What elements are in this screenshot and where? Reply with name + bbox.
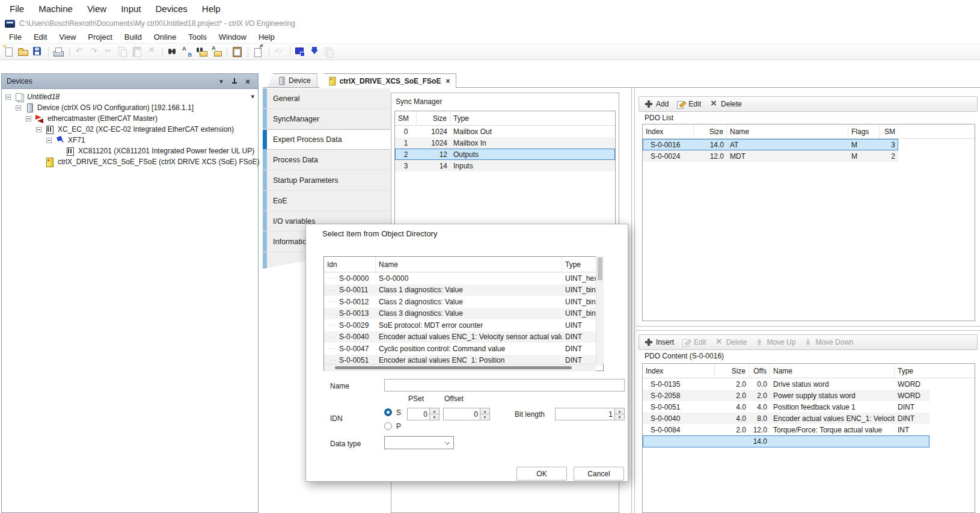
table-row[interactable]: S-0-00514.04.0Position feedback value 1D…	[643, 401, 929, 413]
menu-item-view[interactable]: View	[80, 4, 114, 14]
tree-expander-icon[interactable]	[16, 105, 21, 111]
table-row[interactable]: S-0-00404.08.0Encoder actual values ENC_…	[643, 413, 929, 424]
replacefiles-icon[interactable]	[210, 46, 223, 58]
menu-item-tools[interactable]: Tools	[182, 32, 212, 41]
column-header-sm[interactable]: SM	[880, 124, 898, 138]
column-header-type[interactable]: Type	[450, 111, 615, 125]
offset-stepper[interactable]: 0 ▲▼	[443, 408, 490, 420]
horizontal-splitter[interactable]	[636, 326, 980, 331]
menu-item-machine[interactable]: Machine	[31, 4, 80, 14]
nav-item-expert-process-data[interactable]: Expert Process Data	[263, 129, 390, 150]
delete-button[interactable]: Delete	[706, 97, 747, 111]
add-button[interactable]: Add	[642, 97, 674, 111]
column-header-type[interactable]: Type	[895, 364, 929, 378]
menu-item-window[interactable]: Window	[213, 32, 253, 41]
table-row[interactable]: S-0-0040Encoder actual values ENC_1: Vel…	[324, 331, 603, 343]
open-icon[interactable]	[17, 46, 30, 58]
table-row[interactable]: S-0-0013Class 3 diagnostics: ValueUINT_b…	[324, 308, 603, 320]
table-row[interactable]: S-0-00842.012.0Torque/Force: Torque actu…	[643, 424, 929, 435]
column-header-size[interactable]: Size	[694, 124, 727, 138]
table-row[interactable]: 11024Mailbox In	[395, 137, 615, 149]
tab-ctrlx-drive[interactable]: ctrlX_DRIVE_XCS_SoE_FSoE ×	[319, 73, 457, 88]
project-dropdown-icon[interactable]: ▾	[251, 93, 254, 100]
nav-item-process-data[interactable]: Process Data	[263, 150, 390, 170]
find-icon[interactable]	[167, 46, 180, 58]
ok-button[interactable]: OK	[516, 467, 567, 481]
column-header-size[interactable]: Size	[417, 111, 450, 125]
pdo-content-table[interactable]: IndexSizeOffsNameTypeS-0-01352.00.0Drive…	[642, 363, 975, 513]
column-header-name[interactable]: Name	[727, 124, 848, 138]
pset-stepper[interactable]: 0 ▲▼	[407, 408, 439, 420]
panel-menu-dropdown-icon[interactable]: ▾	[216, 76, 227, 86]
vertical-scrollbar[interactable]	[596, 256, 604, 364]
insert-button[interactable]: Insert	[642, 336, 679, 349]
table-row[interactable]: S-0-0029SoE protocol: MDT error counterU…	[324, 319, 603, 331]
tree-item[interactable]: Device (ctrlX OS I/O Configuration) [192…	[2, 102, 258, 113]
pdo-list-table[interactable]: IndexSizeNameFlagsSMS-0-001614.0ATM3S-0-…	[642, 124, 975, 321]
tab-close-icon[interactable]: ×	[446, 77, 450, 85]
name-input[interactable]	[384, 379, 625, 392]
tree-expander-icon[interactable]	[5, 94, 11, 100]
menu-item-file[interactable]: File	[3, 32, 28, 41]
tree-item[interactable]: ethercatmaster (EtherCAT Master)	[2, 113, 258, 124]
column-header-offs[interactable]: Offs	[749, 364, 770, 378]
menu-item-help[interactable]: Help	[195, 4, 228, 14]
tree-item[interactable]: XC811201 (XC811201 Integrated Power feed…	[2, 146, 258, 156]
cancel-button[interactable]: Cancel	[574, 467, 624, 481]
vertical-splitter[interactable]	[631, 88, 635, 513]
tree-expander-icon[interactable]	[36, 127, 41, 132]
nav-item-eoe[interactable]: EoE	[263, 191, 390, 211]
column-header-idn[interactable]: Idn	[324, 257, 376, 272]
clipboard-icon[interactable]	[231, 46, 244, 58]
column-header-sm[interactable]: SM	[395, 111, 417, 125]
new-icon[interactable]	[2, 46, 16, 58]
horizontal-scrollbar[interactable]	[324, 364, 596, 371]
pin-icon[interactable]	[229, 76, 240, 86]
print-icon[interactable]	[52, 46, 66, 58]
bit-length-stepper[interactable]: 1 ▲▼	[555, 408, 625, 420]
table-row[interactable]: 14.0	[643, 435, 929, 447]
data-type-select[interactable]	[384, 436, 454, 449]
menu-item-file[interactable]: File	[2, 4, 31, 14]
object-directory-table[interactable]: IdnNameType S-0-0000S-0-0000UINT_hexS-0-…	[323, 256, 604, 371]
column-header-name[interactable]: Name	[770, 364, 895, 378]
menu-item-build[interactable]: Build	[118, 32, 148, 41]
table-row[interactable]: 314Inputs	[395, 160, 615, 171]
table-row[interactable]: S-0-002412.0MDTM2	[643, 150, 898, 162]
menu-item-view[interactable]: View	[53, 32, 82, 41]
menu-item-help[interactable]: Help	[253, 32, 281, 41]
column-header-flags[interactable]: Flags	[848, 124, 880, 138]
tree-expander-icon[interactable]	[26, 116, 31, 121]
tree-item[interactable]: ctrlX_DRIVE_XCS_SoE_FSoE (ctrlX DRIVE XC…	[2, 156, 258, 167]
table-row[interactable]: 01024Mailbox Out	[395, 126, 615, 137]
column-header-type[interactable]: Type	[562, 257, 596, 272]
download-icon[interactable]	[308, 46, 322, 58]
column-header-size[interactable]: Size	[715, 364, 749, 378]
menu-item-input[interactable]: Input	[114, 4, 148, 14]
column-header-index[interactable]: Index	[643, 124, 694, 138]
tree-item[interactable]: Untitled18	[2, 91, 258, 102]
tree-expander-icon[interactable]	[46, 138, 52, 143]
column-header-index[interactable]: Index	[643, 364, 715, 378]
menu-item-edit[interactable]: Edit	[28, 32, 53, 41]
export-icon[interactable]	[252, 46, 265, 58]
close-icon[interactable]: ×	[242, 76, 253, 86]
radio-s-label[interactable]: S	[396, 408, 401, 417]
column-header-name[interactable]: Name	[376, 257, 562, 272]
radio-p-label[interactable]: P	[396, 422, 401, 431]
nav-item-startup-parameters[interactable]: Startup Parameters	[263, 170, 390, 191]
replace-icon[interactable]	[181, 46, 194, 58]
table-row[interactable]: S-0-0047Cyclic position control: Command…	[324, 343, 603, 355]
menu-item-project[interactable]: Project	[82, 32, 118, 41]
nav-item-general[interactable]: General	[263, 88, 390, 109]
edit-button[interactable]: Edit	[674, 97, 706, 111]
table-row[interactable]: S-0-0011Class 1 diagnostics: ValueUINT_b…	[324, 284, 603, 296]
tree-item[interactable]: XF71	[2, 135, 258, 146]
tab-device[interactable]: Device	[268, 73, 317, 87]
tree-item[interactable]: XC_EC_02 (XC-EC-02 Integrated EtherCAT e…	[2, 124, 258, 135]
findfiles-icon[interactable]	[195, 46, 209, 58]
save-icon[interactable]	[31, 46, 44, 58]
menu-item-online[interactable]: Online	[148, 32, 183, 41]
table-row[interactable]: S-0-0000S-0-0000UINT_hex	[324, 272, 603, 284]
table-row[interactable]: S-0-0012Class 2 diagnostics: ValueUINT_b…	[324, 296, 603, 308]
